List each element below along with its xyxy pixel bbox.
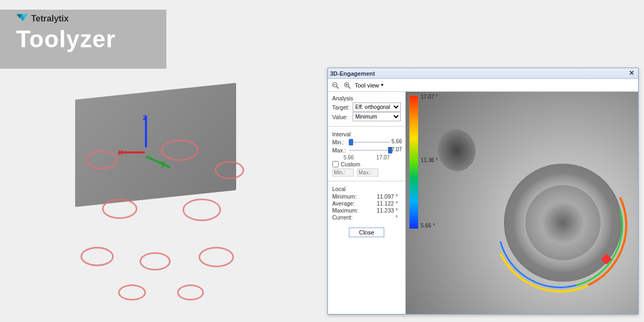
interval-max-slider[interactable]: 17.07	[349, 147, 401, 154]
custom-max-input	[357, 169, 378, 177]
svg-line-1	[336, 86, 339, 89]
interval-min-label: Min.:	[332, 139, 345, 145]
custom-label: Custom	[341, 161, 360, 167]
interval-hi: 17.07	[376, 155, 390, 160]
close-button[interactable]: Close	[349, 228, 384, 237]
local-min-label: Minimum:	[332, 193, 357, 200]
local-cur-label: Current:	[332, 214, 353, 221]
axis-x-label: x	[118, 148, 123, 157]
interval-section-label: Interval	[332, 131, 401, 137]
interval-min-value: 5.66	[392, 138, 402, 144]
engagement-ring	[118, 284, 146, 301]
custom-checkbox[interactable]	[332, 161, 339, 167]
window-titlebar[interactable]: 3D-Engagement ✕	[328, 68, 638, 79]
interval-max-value: 17.07	[389, 147, 402, 152]
zoom-in-icon[interactable]	[343, 81, 352, 90]
company-logo-icon	[16, 13, 28, 25]
engagement-ring	[86, 150, 118, 170]
axis-y-label: y	[161, 158, 166, 168]
engagement-ring	[161, 140, 199, 161]
company-name: Tetralytix	[31, 14, 69, 24]
engagement-window: 3D-Engagement ✕ Tool view ▼ Analysis Tar…	[327, 68, 639, 314]
legend-mid: 11.36 °	[421, 157, 438, 163]
target-select[interactable]: Eff. orthogonal clearanc	[353, 103, 401, 112]
local-avg-label: Average:	[332, 200, 355, 207]
interval-max-label: Max.:	[332, 147, 346, 153]
axis-z-label: z	[143, 113, 147, 122]
local-max-label: Maximum:	[332, 207, 358, 214]
target-label: Target:	[332, 104, 349, 111]
legend-min: 5.66 °	[421, 223, 435, 229]
local-min-value: 11.097	[377, 193, 394, 200]
engagement-ring	[102, 199, 137, 219]
engagement-ring	[215, 161, 244, 179]
chevron-down-icon: ▼	[380, 83, 384, 87]
analysis-section-label: Analysis	[332, 95, 401, 101]
engagement-ring	[177, 284, 204, 301]
tool-view-label: Tool view	[355, 82, 379, 89]
model-viewport[interactable]: z x y	[54, 70, 284, 301]
engagement-ring	[80, 247, 114, 266]
interval-lo: 5.66	[343, 155, 354, 160]
legend-max: 17.07 °	[421, 94, 438, 100]
engagement-viewport[interactable]: 17.07 ° 11.36 ° 5.66 °	[406, 92, 638, 314]
stock-block	[75, 83, 236, 207]
local-max-value: 11.233	[377, 207, 394, 214]
value-label: Value:	[332, 114, 348, 120]
color-legend	[409, 95, 419, 229]
engagement-ring	[199, 247, 234, 267]
engagement-ring	[140, 252, 171, 270]
zoom-out-icon[interactable]	[331, 81, 340, 90]
brand-banner: Tetralytix Toolyzer	[0, 10, 166, 69]
local-section-label: Local	[332, 186, 401, 192]
value-select[interactable]: Minimum	[353, 112, 401, 121]
tool-view-dropdown[interactable]: Tool view ▼	[355, 82, 384, 89]
product-name: Toolyzer	[0, 26, 166, 53]
window-toolbar: Tool view ▼	[328, 79, 638, 92]
engagement-ring	[182, 199, 221, 221]
local-avg-value: 11.122	[377, 200, 394, 207]
window-title: 3D-Engagement	[330, 70, 375, 77]
analysis-panel: Analysis Target: Eff. orthogonal clearan…	[328, 92, 406, 314]
interval-min-slider[interactable]: 5.66	[348, 138, 401, 146]
custom-min-input	[332, 169, 354, 177]
svg-line-4	[348, 86, 350, 89]
close-icon[interactable]: ✕	[627, 70, 636, 77]
